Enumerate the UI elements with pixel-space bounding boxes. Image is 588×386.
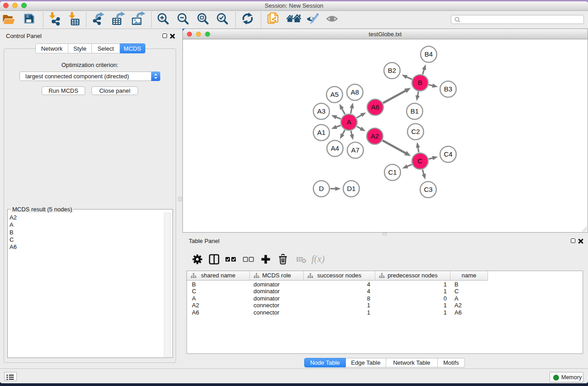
svg-text:B: B: [418, 79, 422, 86]
svg-text:B3: B3: [444, 85, 452, 93]
svg-text:A4: A4: [331, 144, 339, 152]
svg-text:A2: A2: [371, 132, 379, 140]
svg-text:A8: A8: [351, 88, 359, 96]
svg-text:A7: A7: [351, 146, 359, 154]
svg-text:A3: A3: [317, 107, 325, 115]
svg-text:C1: C1: [388, 168, 397, 176]
svg-text:A5: A5: [330, 91, 339, 98]
svg-text:A1: A1: [317, 129, 325, 136]
svg-text:C: C: [418, 157, 423, 165]
svg-text:C4: C4: [444, 150, 452, 158]
svg-text:f(x): f(x): [311, 253, 325, 264]
svg-text:D1: D1: [347, 185, 355, 192]
svg-text:C3: C3: [424, 186, 432, 193]
svg-text:B2: B2: [388, 67, 396, 74]
svg-text:B1: B1: [411, 107, 419, 115]
svg-text:A: A: [347, 118, 351, 126]
svg-text:A6: A6: [371, 103, 379, 111]
svg-text:D: D: [319, 185, 324, 192]
svg-text:C2: C2: [411, 128, 420, 135]
svg-text:B4: B4: [425, 50, 433, 58]
